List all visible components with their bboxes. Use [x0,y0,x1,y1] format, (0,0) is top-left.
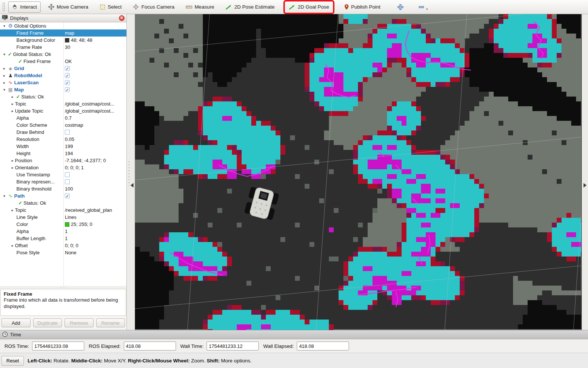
tree-cell-value[interactable]: ✓ [63,65,126,72]
tree-cell-value[interactable]: 0.05 [63,136,126,143]
tree-row-binary-represen-[interactable]: Binary represen... [0,178,126,185]
tree-cell-value[interactable]: /received_global_plan [63,207,126,214]
tree-row-fixed-frame[interactable]: Fixed Framemap [0,29,126,37]
tree-row-alpha[interactable]: Alpha1 [0,228,126,235]
tree-row-global-status-ok[interactable]: ▾✓Global Status: Ok [0,51,126,58]
caret-down-icon[interactable]: ▾ [426,7,428,11]
tree-row-height[interactable]: Height194 [0,150,126,157]
tool-publish-point[interactable]: Publish Point [340,1,384,13]
enabled-checkbox[interactable]: ✓ [65,66,70,71]
tool-move-camera[interactable]: Move Camera [44,1,92,13]
expander-right-icon[interactable]: ▸ [10,207,15,214]
left-splitter[interactable] [127,14,135,330]
displays-panel-header[interactable]: Displays ✕ [0,14,126,22]
plus-tool-button[interactable] [394,1,406,13]
tree-cell-value[interactable]: -7.1644; -4.2377; 0 [63,157,126,164]
collapse-left-icon[interactable] [131,183,133,188]
tree-row-pose-style[interactable]: Pose StyleNone [0,249,126,256]
enabled-checkbox[interactable] [65,130,70,135]
expander-down-icon[interactable]: ▾ [2,192,7,199]
tree-row-offset[interactable]: ▸Offset0; 0; 0 [0,242,126,249]
tree-cell-value[interactable]: ✓ [63,86,126,93]
expander-right-icon[interactable]: ▸ [10,93,15,100]
close-icon[interactable]: ✕ [119,15,125,21]
tree-row-status-ok[interactable]: ▸✓Status: Ok [0,93,126,100]
tree-row-topic[interactable]: ▸Topic/global_costmap/cost... [0,100,126,107]
tree-row-alpha[interactable]: Alpha0.7 [0,114,126,122]
tree-row-fixed-frame[interactable]: ✓Fixed FrameOK [0,58,126,65]
minus-tool-button[interactable]: ▾ [415,1,430,13]
tool-2d-pose-estimate[interactable]: 2D Pose Estimate [221,1,278,13]
tree-row-position[interactable]: ▸Position-7.1644; -4.2377; 0 [0,157,126,164]
tree-row-use-timestamp[interactable]: Use Timestamp [0,171,126,178]
enabled-checkbox[interactable]: ✓ [65,194,70,198]
reset-button[interactable]: Reset [1,356,24,366]
tree-row-line-style[interactable]: Line StyleLines [0,214,126,221]
enabled-checkbox[interactable]: ✓ [65,80,70,85]
wall-elapsed-input[interactable] [297,342,349,350]
tree-cell-value[interactable] [63,171,126,178]
tree-splitter-handle[interactable]: ...... [0,286,126,289]
tree-cell-value[interactable]: 48; 48; 48 [63,37,126,44]
tree-cell-value[interactable]: 199 [63,143,126,150]
tool-measure[interactable]: Measure [182,1,218,13]
tree-cell-value[interactable]: 1 [63,235,126,242]
tree-cell-value[interactable]: 0; 0; 0 [63,242,126,249]
ros-time-input[interactable] [32,342,84,350]
tree-row-width[interactable]: Width199 [0,143,126,150]
tree-row-buffer-length[interactable]: Buffer Length1 [0,235,126,242]
enabled-checkbox[interactable]: ✓ [65,73,70,78]
tree-cell-value[interactable] [63,178,126,185]
ros-elapsed-input[interactable] [124,342,176,350]
expander-right-icon[interactable]: ▸ [10,100,15,107]
toolbar-grip[interactable] [2,2,5,12]
tool-interact[interactable]: Interact [8,1,41,13]
tree-row-topic[interactable]: ▸Topic/received_global_plan [0,207,126,214]
expander-right-icon[interactable]: ▸ [10,242,15,249]
tree-cell-value[interactable]: 100 [63,185,126,192]
tree-row-frame-rate[interactable]: Frame Rate30 [0,44,126,51]
expander-right-icon[interactable]: ▸ [10,157,15,164]
tool-focus-camera[interactable]: Focus Camera [129,1,178,13]
tree-cell-value[interactable]: /global_costmap/cost... [63,100,126,107]
tree-cell-value[interactable]: map [63,29,126,37]
expander-right-icon[interactable]: ▸ [2,72,7,79]
expander-right-icon[interactable]: ▸ [2,79,7,86]
tree-cell-value[interactable]: 194 [63,150,126,157]
tree-row-draw-behind[interactable]: Draw Behind [0,129,126,136]
tree-row-laserscan[interactable]: ▸∿LaserScan✓ [0,79,126,86]
enabled-checkbox[interactable] [65,179,70,184]
collapse-right-icon[interactable] [584,183,587,188]
tool-select[interactable]: Select [96,1,126,13]
tree-cell-value[interactable]: 25; 255; 0 [63,221,126,228]
tree-cell-value[interactable]: 0.7 [63,114,126,122]
tree-row-grid[interactable]: ▸◈Grid✓ [0,65,126,72]
tree-cell-value[interactable]: 1 [63,228,126,235]
color-swatch[interactable] [65,222,69,227]
right-splitter[interactable] [582,14,588,330]
costmap-3d-view[interactable] [135,14,581,330]
tree-cell-value[interactable]: None [63,249,126,256]
tree-row-global-options[interactable]: ▾⚙Global Options [0,22,126,29]
tree-row-robotmodel[interactable]: ▸♟RobotModel✓ [0,72,126,79]
color-swatch[interactable] [65,38,69,43]
tree-row-color-scheme[interactable]: Color Schemecostmap [0,122,126,129]
tree-row-background-color[interactable]: Background Color48; 48; 48 [0,37,126,44]
tree-cell-value[interactable]: OK [63,58,126,65]
wall-time-input[interactable] [207,342,259,350]
expander-right-icon[interactable]: ▸ [2,65,7,72]
tree-cell-value[interactable]: ✓ [63,192,126,199]
expander-down-icon[interactable]: ▾ [2,86,7,93]
tree-cell-value[interactable]: 0; 0; 0; 1 [63,164,126,171]
tree-row-resolution[interactable]: Resolution0.05 [0,136,126,143]
tree-cell-value[interactable]: Lines [63,214,126,221]
render-viewport[interactable] [135,14,582,330]
tree-row-color[interactable]: Color25; 255; 0 [0,221,126,228]
enabled-checkbox[interactable] [65,172,70,177]
tree-cell-value[interactable]: 30 [63,44,126,51]
time-panel-header[interactable]: Time [0,330,588,339]
tree-row-update-topic[interactable]: ▸Update Topic/global_costmap/cost... [0,107,126,114]
tree-cell-value[interactable]: costmap [63,122,126,129]
tree-cell-value[interactable]: ✓ [63,79,126,86]
tree-cell-value[interactable]: /global_costmap/cost... [63,107,126,114]
